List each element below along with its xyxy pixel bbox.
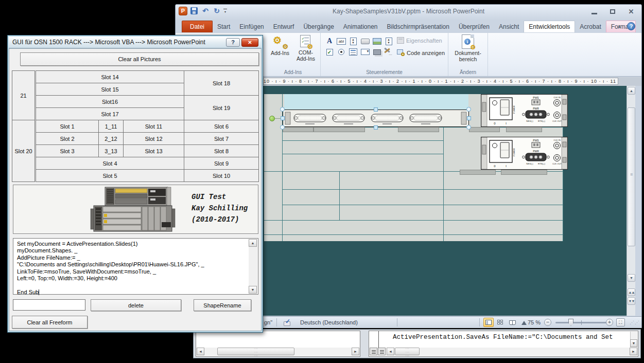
dialog-help-icon[interactable]: ? xyxy=(226,38,240,47)
tab-ansicht[interactable]: Ansicht xyxy=(494,21,524,32)
rotation-handle[interactable] xyxy=(269,116,275,121)
listbox-control-icon[interactable] xyxy=(347,47,359,57)
tab-ueberpruefen[interactable]: Überprüfen xyxy=(454,21,494,32)
document-panel-button[interactable]: i⚙ Dokument-bereich xyxy=(456,34,480,67)
help-icon[interactable]: ? xyxy=(627,22,635,30)
slot-button[interactable]: Slot 14 xyxy=(36,70,184,83)
group-label-addins[interactable]: Add-Ins xyxy=(266,69,320,75)
image-control-icon[interactable] xyxy=(371,36,382,46)
next-slide-icon[interactable]: ▼▼ xyxy=(628,297,635,305)
tab-datei[interactable]: Datei xyxy=(182,21,213,32)
properties-button[interactable]: Eigenschaften xyxy=(397,37,442,44)
procedure-view-icon[interactable] xyxy=(370,348,377,355)
slot-button[interactable]: Slot 10 xyxy=(184,169,259,182)
power-module-2[interactable]: 0 I POWER PWS PWR NEG(-) RTN(+) CLK IN xyxy=(481,137,568,170)
save-icon[interactable] xyxy=(189,6,199,15)
group-label-change[interactable]: Ändern xyxy=(448,69,488,75)
slot-button[interactable]: 3_13 xyxy=(98,144,124,157)
zoom-slider-thumb[interactable] xyxy=(568,319,573,326)
close-icon[interactable]: ✕ xyxy=(626,8,636,15)
dialog-close-icon[interactable]: ✕ xyxy=(241,38,258,47)
clear-all-freeform-button[interactable]: Clear all Freeform xyxy=(12,316,88,329)
selection-handle-corner[interactable] xyxy=(280,125,285,130)
scrollbar-thumb[interactable] xyxy=(395,348,420,355)
vba-code-line[interactable]: ActivePresentation.SaveAs FileName:="C:\… xyxy=(393,334,613,341)
theme-name-fragment[interactable]: gn" xyxy=(264,319,272,325)
slot-button[interactable]: Slot 4 xyxy=(36,157,184,170)
full-module-view-icon[interactable] xyxy=(378,348,386,355)
vba-project-panel[interactable]: ◄ ► xyxy=(196,331,360,357)
tab-acrobat[interactable]: Acrobat xyxy=(575,21,605,32)
slot-button[interactable]: Slot 13 xyxy=(123,144,184,157)
tab-start[interactable]: Start xyxy=(213,21,235,32)
vba-code-hscrollbar[interactable]: ◄ ► xyxy=(370,348,637,356)
slide-sorter-icon[interactable] xyxy=(495,318,506,327)
powerpoint-logo-icon[interactable]: P xyxy=(179,7,187,15)
label-control-icon[interactable]: A xyxy=(324,36,335,46)
tab-einfuegen[interactable]: Einfügen xyxy=(235,21,268,32)
customize-qat-icon[interactable]: ▾ xyxy=(223,9,227,13)
scroll-left-icon[interactable]: ◄ xyxy=(387,348,394,355)
scroll-up-icon[interactable]: ▲ xyxy=(249,239,257,247)
tab-entwicklertools[interactable]: Entwicklertools xyxy=(524,21,575,32)
slide-rack-drawing[interactable]: 0 I POWER PWS PWR NEG(-) RTN(+) CLK IN xyxy=(264,94,563,241)
spinbutton-control-icon[interactable]: ▲▼ xyxy=(347,36,359,46)
selection-handle-edge[interactable] xyxy=(281,116,285,120)
delete-button[interactable]: delete xyxy=(91,299,181,311)
slot-button[interactable]: Slot 18 xyxy=(184,70,259,96)
optionbutton-control-icon[interactable] xyxy=(336,47,347,57)
tab-entwurf[interactable]: Entwurf xyxy=(269,21,299,32)
slot-button[interactable]: Slot 2 xyxy=(36,132,99,145)
fit-slide-to-window-icon[interactable]: ⛶ xyxy=(616,318,625,326)
combobox-control-icon[interactable] xyxy=(359,47,371,57)
tab-bildschirmpraesentation[interactable]: Bildschirmpräsentation xyxy=(382,21,454,32)
scroll-right-icon[interactable]: ► xyxy=(630,348,637,355)
slot-button[interactable]: Slot 17 xyxy=(36,107,184,120)
code-scrollbar[interactable]: ▲ ▼ xyxy=(249,239,257,294)
minimize-icon[interactable] xyxy=(589,8,599,15)
zoom-in-icon[interactable]: + xyxy=(606,319,613,326)
slot-button[interactable]: 2_12 xyxy=(98,132,124,145)
slot-button[interactable]: Slot 19 xyxy=(184,95,259,120)
scroll-down-icon[interactable]: ▼ xyxy=(249,286,257,294)
language-indicator[interactable]: Deutsch (Deutschland) xyxy=(300,319,358,325)
selection-handle-corner[interactable] xyxy=(466,107,471,112)
vba-code-textarea[interactable]: Set myDocument = ActivePresentation.Slid… xyxy=(13,238,258,295)
slot-button[interactable]: Slot 8 xyxy=(184,144,259,157)
more-controls-icon[interactable]: … xyxy=(383,47,391,54)
zoom-level[interactable]: 75 % xyxy=(528,319,541,325)
power-module-1[interactable]: 0 I POWER PWS PWR NEG(-) RTN(+) CLK IN xyxy=(481,94,568,127)
togglebutton-control-icon[interactable] xyxy=(371,47,382,57)
scrollbar-thumb[interactable] xyxy=(628,107,635,246)
selected-connector-shape[interactable] xyxy=(283,110,469,127)
shape-rename-button[interactable]: ShapeRename xyxy=(194,299,251,311)
collapse-ribbon-icon[interactable]: ▲ xyxy=(616,23,623,30)
slot-button[interactable]: Slot16 xyxy=(36,95,184,108)
horizontal-ruler[interactable]: 10 · ı · 9 · ı · 8 · ı · 7 · ı · 6 · ı ·… xyxy=(263,78,618,85)
redo-icon[interactable]: ↻ xyxy=(212,6,221,15)
slot-button[interactable]: Slot 11 xyxy=(123,120,184,133)
zoom-out-icon[interactable]: − xyxy=(544,319,551,326)
resize-grip[interactable]: ⋰⋰ xyxy=(630,320,640,325)
title-bar[interactable]: P ↶ ↻ ▾ Kay-ShapeSamplesV31bV.pptm - Mic… xyxy=(176,5,641,20)
commandbutton-control-icon[interactable] xyxy=(359,36,371,46)
tab-animationen[interactable]: Animationen xyxy=(339,21,382,32)
slot-button[interactable]: 1_11 xyxy=(98,120,124,133)
slide-vertical-scrollbar[interactable]: ▲ ▼ ▲▲ ▼▼ xyxy=(626,86,635,316)
shape-name-input[interactable] xyxy=(13,299,85,311)
selection-handle-edge[interactable] xyxy=(374,125,378,130)
selection-handle-edge[interactable] xyxy=(374,107,378,112)
slot-button[interactable]: Slot 5 xyxy=(36,169,184,182)
slot-button[interactable]: 21 xyxy=(12,70,35,120)
slot-button[interactable]: Slot 15 xyxy=(36,83,184,96)
dialog-title-bar[interactable]: GUI für OSN 1500 RACK ---> Microsoft VBA… xyxy=(9,37,262,48)
slot-button[interactable]: Slot 9 xyxy=(184,157,259,170)
addins-button[interactable]: ⚙⚙ Add-Ins xyxy=(268,34,292,67)
scroll-left-icon[interactable]: ◄ xyxy=(197,348,204,355)
slot-button[interactable]: Slot 1 xyxy=(36,120,99,133)
com-addins-button[interactable]: ✓✓ ⚙ COM-Add-Ins xyxy=(293,34,318,67)
reading-view-icon[interactable] xyxy=(507,318,517,327)
slot-button[interactable]: Slot 20 xyxy=(12,120,35,182)
spellcheck-icon[interactable]: ✓ xyxy=(284,319,291,326)
scroll-up-icon[interactable]: ▲ xyxy=(628,87,635,95)
